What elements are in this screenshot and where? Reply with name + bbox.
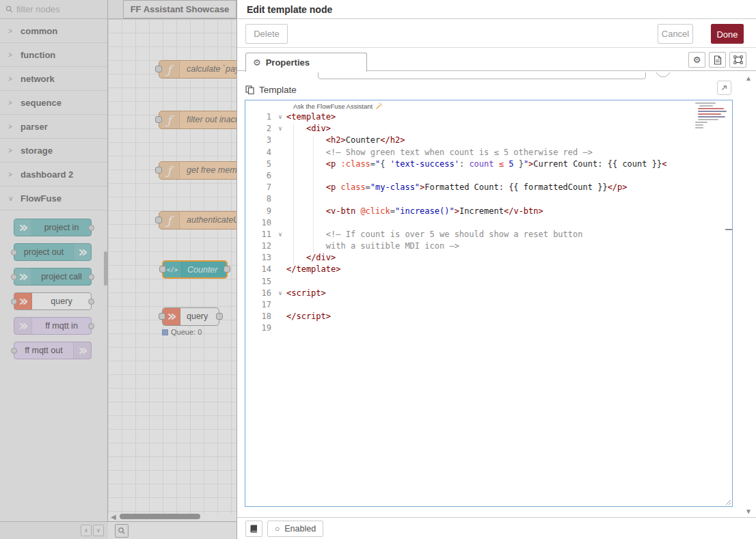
query-node[interactable]: query xyxy=(162,307,219,326)
scroll-down-arrow[interactable]: ▼ xyxy=(745,508,752,515)
palette-node-project-out[interactable]: project out xyxy=(14,243,92,261)
code-line-16[interactable]: 16∨<script> xyxy=(245,288,732,299)
indent-guide xyxy=(293,123,294,265)
node-settings-button[interactable]: ⚙ xyxy=(688,52,705,68)
output-port[interactable] xyxy=(224,266,230,273)
fold-arrow-icon[interactable]: ∨ xyxy=(274,111,286,123)
palette-category-dashboard-2[interactable]: >dashboard 2 xyxy=(0,163,107,186)
input-port[interactable] xyxy=(11,274,17,280)
workspace-tab[interactable]: FF Assistant Showcase xyxy=(123,0,237,18)
cancel-button[interactable]: Cancel xyxy=(658,24,693,44)
function-node-calculate[interactable]: ƒ calculate `pay xyxy=(159,60,237,79)
code-line-7[interactable]: 7 <p class="my-class">Formatted Count: {… xyxy=(245,182,732,193)
code-line-3[interactable]: 3 <h2>Counter</h2> xyxy=(245,135,732,146)
palette-node-query[interactable]: query xyxy=(14,292,92,310)
code-line-2[interactable]: 2∨ <div> xyxy=(245,123,732,135)
code-line-10[interactable]: 10 xyxy=(245,217,732,229)
code-line-4[interactable]: 4 <!— Show green text when count is ≤ 5 … xyxy=(245,147,732,158)
input-port[interactable] xyxy=(11,299,17,305)
input-port[interactable] xyxy=(155,116,162,123)
minimap[interactable] xyxy=(695,102,727,137)
code-line-13[interactable]: 13 </div> xyxy=(245,252,732,264)
palette-category-parser[interactable]: >parser xyxy=(0,115,107,139)
clipped-field[interactable] xyxy=(318,72,646,79)
palette-category-storage[interactable]: >storage xyxy=(0,139,107,163)
code-line-15[interactable]: 15 xyxy=(245,276,732,288)
left-region: filter nodes >common>function>network>se… xyxy=(0,0,237,539)
function-node-filter[interactable]: ƒ filter out inacti xyxy=(159,111,237,129)
palette-node-ff-mqtt-out[interactable]: ff mqtt out xyxy=(14,342,92,359)
fold-gutter xyxy=(274,311,286,322)
code-line-1[interactable]: 1∨<template> xyxy=(245,111,732,123)
palette-category-function[interactable]: >function xyxy=(0,43,107,67)
workspace-zoom-button[interactable] xyxy=(115,524,129,538)
status-dot-icon xyxy=(162,329,168,335)
enabled-toggle-button[interactable]: ○ Enabled xyxy=(267,521,323,537)
chevron-right-icon: > xyxy=(8,123,14,130)
output-port[interactable] xyxy=(88,225,94,231)
chevron-right-icon: > xyxy=(8,51,14,59)
palette-category-common[interactable]: >common xyxy=(0,19,107,43)
fold-arrow-icon[interactable]: ∨ xyxy=(274,229,286,240)
palette-expand-button[interactable]: ∨ xyxy=(93,525,104,536)
assistant-placeholder[interactable]: Ask the FlowFuse Assistant xyxy=(293,102,383,110)
code-line-19[interactable]: 19 xyxy=(245,322,732,334)
template-code-editor[interactable]: Ask the FlowFuse Assistant 1∨<template>2… xyxy=(245,100,733,507)
line-number: 4 xyxy=(245,147,274,158)
code-line-11[interactable]: 11∨ <!— If count is over 5 we should sho… xyxy=(245,229,732,240)
hscroll-left-arrow[interactable]: ◀ xyxy=(111,513,116,521)
output-port[interactable] xyxy=(88,323,94,329)
done-button[interactable]: Done xyxy=(711,24,744,44)
input-port[interactable] xyxy=(11,249,17,255)
output-port[interactable] xyxy=(88,274,94,280)
code-text: <div> xyxy=(286,123,732,135)
input-port[interactable] xyxy=(11,348,17,354)
palette-scrollbar[interactable] xyxy=(104,251,107,286)
palette-collapse-button[interactable]: ∧ xyxy=(81,525,92,536)
function-node-memory[interactable]: ƒ get free memo xyxy=(159,161,237,180)
chevron-right-icon: > xyxy=(8,171,14,178)
tab-properties[interactable]: ⚙ Properties xyxy=(245,53,367,72)
fold-arrow-icon[interactable]: ∨ xyxy=(274,123,286,135)
palette-category-network[interactable]: >network xyxy=(0,67,107,91)
code-line-5[interactable]: 5 <p :class="{ 'text-success': count ≤ 5… xyxy=(245,158,732,170)
palette-node-project-call[interactable]: project call xyxy=(14,268,92,286)
code-text: <script> xyxy=(286,288,732,299)
function-node-authenticate[interactable]: ƒ authenticateU xyxy=(159,211,237,230)
template-node-counter[interactable]: </> Counter xyxy=(162,260,228,279)
palette-categories: >common>function>network>sequence>parser… xyxy=(0,19,107,210)
input-port[interactable] xyxy=(159,266,166,273)
code-line-9[interactable]: 9 <v-btn @click="increase()">Increment</… xyxy=(245,206,732,217)
line-number: 18 xyxy=(245,311,274,322)
node-description-button[interactable] xyxy=(709,52,726,68)
editor-resize-handle[interactable] xyxy=(724,498,731,506)
palette-node-ff-mqtt-in[interactable]: ff mqtt in xyxy=(14,317,92,335)
code-line-12[interactable]: 12 with a suitible MDI icon —> xyxy=(245,240,732,252)
docs-button[interactable] xyxy=(245,521,262,537)
editor-expand-button[interactable] xyxy=(717,81,731,95)
palette-node-label: query xyxy=(32,293,91,309)
scroll-up-arrow[interactable]: ▲ xyxy=(745,74,752,82)
code-line-8[interactable]: 8 xyxy=(245,193,732,205)
code-line-18[interactable]: 18</script> xyxy=(245,311,732,322)
palette-search-input[interactable]: filter nodes xyxy=(0,0,107,19)
output-port[interactable] xyxy=(88,299,94,305)
horizontal-scrollbar[interactable] xyxy=(120,514,200,519)
palette-category-FlowFuse[interactable]: ∨FlowFuse xyxy=(0,186,107,210)
fold-arrow-icon[interactable]: ∨ xyxy=(274,288,286,299)
input-port[interactable] xyxy=(155,66,162,72)
palette-sidebar: filter nodes >common>function>network>se… xyxy=(0,0,108,539)
code-line-14[interactable]: 14</template> xyxy=(245,264,732,275)
output-port[interactable] xyxy=(216,313,223,320)
input-port[interactable] xyxy=(159,313,165,320)
node-appearance-button[interactable] xyxy=(729,52,746,68)
palette-node-project-in[interactable]: project in xyxy=(14,219,92,236)
delete-button[interactable]: Delete xyxy=(245,24,288,44)
magic-wand-icon xyxy=(375,102,383,110)
palette-category-sequence[interactable]: >sequence xyxy=(0,91,107,115)
line-number: 6 xyxy=(245,170,274,182)
input-port[interactable] xyxy=(155,167,162,174)
input-port[interactable] xyxy=(155,217,162,223)
code-line-17[interactable]: 17 xyxy=(245,299,732,311)
code-line-6[interactable]: 6 xyxy=(245,170,732,182)
